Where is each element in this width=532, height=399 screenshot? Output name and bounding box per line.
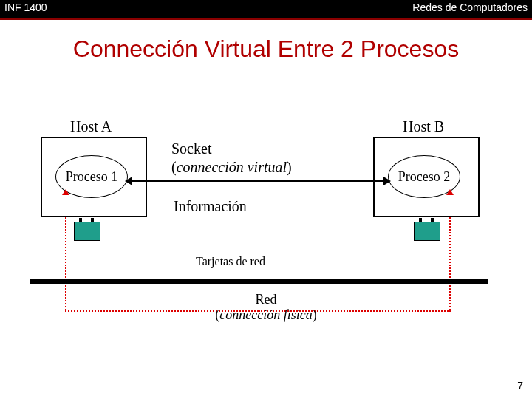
physical-path-b-arrowhead (446, 189, 454, 195)
nic-a-pin-2 (91, 218, 94, 222)
network-label-line1: Red (0, 292, 532, 307)
host-a-label: Host A (70, 118, 112, 135)
physical-path-a-arrowhead (62, 189, 69, 195)
network-label: Red (connección física) (0, 292, 532, 323)
socket-sublabel: (connección virtual) (171, 159, 292, 176)
socket-paren-open: ( (171, 159, 177, 175)
nic-b-pin-2 (431, 218, 434, 222)
process-a-label: Proceso 1 (66, 169, 118, 185)
network-label-line2: (connección física) (0, 307, 532, 323)
virtual-arrow-right-icon (383, 177, 391, 185)
host-b-label: Host B (403, 118, 444, 135)
socket-label: Socket (171, 140, 211, 157)
process-b-label: Proceso 2 (398, 169, 451, 185)
information-label: Información (174, 198, 247, 215)
course-title: Redes de Computadores (412, 1, 528, 13)
socket-italic: connección virtual (177, 159, 287, 175)
page-number: 7 (517, 380, 523, 392)
slide-title: Connección Virtual Entre 2 Procesos (0, 35, 532, 63)
network-paren-close: ) (313, 307, 317, 322)
physical-network-line (30, 279, 488, 284)
course-code: INF 1400 (4, 1, 47, 13)
nic-a-pin-1 (79, 218, 82, 222)
virtual-connection-line (129, 180, 388, 182)
nic-label: Tarjetas de red (196, 255, 265, 268)
nic-a-icon (74, 222, 100, 241)
nic-b-pin-1 (419, 218, 422, 222)
socket-paren-close: ) (287, 159, 292, 175)
slide-header-bar: INF 1400 Redes de Computadores (0, 0, 532, 20)
nic-b-icon (414, 222, 440, 241)
network-italic: connección física (219, 307, 312, 322)
